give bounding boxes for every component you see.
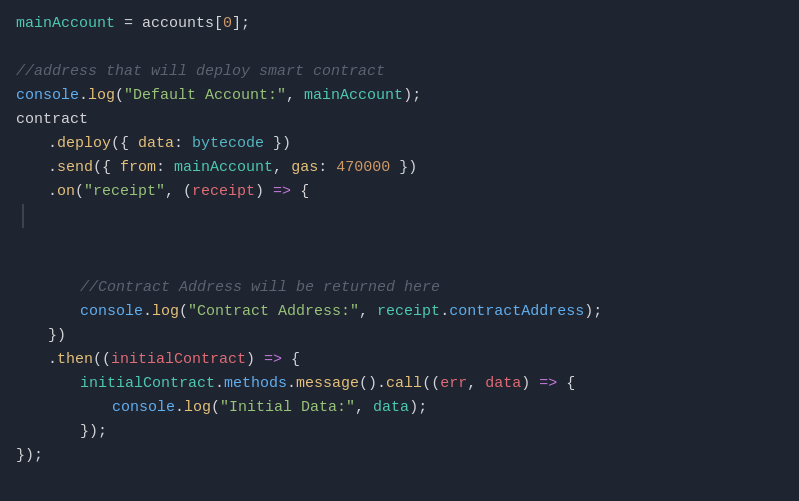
code-line-9 — [16, 204, 783, 276]
code-token: err — [440, 372, 467, 396]
code-token: . — [287, 372, 296, 396]
code-token: console — [112, 396, 175, 420]
code-token: ({ — [93, 156, 120, 180]
code-token: , — [355, 396, 373, 420]
code-token: 0 — [223, 12, 232, 36]
code-token: (( — [93, 348, 111, 372]
code-token: gas — [291, 156, 318, 180]
code-token: ); — [584, 300, 602, 324]
code-token: }); — [80, 420, 107, 444]
code-token: }) — [264, 132, 291, 156]
code-token: data — [138, 132, 174, 156]
code-token: . — [143, 300, 152, 324]
code-token: => — [273, 180, 291, 204]
code-token: "receipt" — [84, 180, 165, 204]
code-token: . — [48, 132, 57, 156]
code-token: mainAccount — [16, 12, 115, 36]
code-line-6: . deploy ({ data : bytecode }) — [16, 132, 783, 156]
code-token: "Contract Address:" — [188, 300, 359, 324]
code-line-14: initialContract . methods . message (). … — [16, 372, 783, 396]
code-token: log — [152, 300, 179, 324]
code-token: ) — [246, 348, 264, 372]
code-token: message — [296, 372, 359, 396]
code-token: { — [557, 372, 575, 396]
code-token: ( — [75, 180, 84, 204]
code-token: receipt — [377, 300, 440, 324]
code-token: : — [318, 156, 336, 180]
code-token: ); — [409, 396, 427, 420]
code-token: . — [48, 156, 57, 180]
code-line-2 — [16, 36, 783, 60]
code-token: ) — [255, 180, 273, 204]
code-line-16: }); — [16, 420, 783, 444]
code-token: => — [539, 372, 557, 396]
code-token: mainAccount — [304, 84, 403, 108]
code-token: (( — [422, 372, 440, 396]
code-token: deploy — [57, 132, 111, 156]
code-token: ( — [211, 396, 220, 420]
code-token: . — [175, 396, 184, 420]
code-token: }) — [390, 156, 417, 180]
code-token: initialContract — [111, 348, 246, 372]
code-token: "Default Account:" — [124, 84, 286, 108]
code-token: : — [156, 156, 174, 180]
code-token: }) — [48, 324, 66, 348]
code-line-13: . then (( initialContract ) => { — [16, 348, 783, 372]
code-token: , — [286, 84, 304, 108]
code-line-1: mainAccount = accounts [ 0 ]; — [16, 12, 783, 36]
code-editor: mainAccount = accounts [ 0 ]; //address … — [0, 0, 799, 501]
code-line-3: //address that will deploy smart contrac… — [16, 60, 783, 84]
code-token: contractAddress — [449, 300, 584, 324]
code-token: data — [373, 396, 409, 420]
code-token: , — [359, 300, 377, 324]
code-token: on — [57, 180, 75, 204]
code-token: bytecode — [192, 132, 264, 156]
code-line-15: console . log ( "Initial Data:" , data )… — [16, 396, 783, 420]
code-token: ]; — [232, 12, 250, 36]
code-token: . — [48, 180, 57, 204]
code-token: mainAccount — [174, 156, 273, 180]
code-line-5: contract — [16, 108, 783, 132]
code-token: log — [88, 84, 115, 108]
code-token: , — [273, 156, 291, 180]
code-token: receipt — [192, 180, 255, 204]
code-token: ( — [179, 300, 188, 324]
code-token: . — [440, 300, 449, 324]
code-token: . — [79, 84, 88, 108]
code-token: console — [80, 300, 143, 324]
code-token: = — [115, 12, 142, 36]
code-token: from — [120, 156, 156, 180]
code-line-7: . send ({ from : mainAccount , gas : 470… — [16, 156, 783, 180]
code-token: data — [485, 372, 521, 396]
code-line-8: . on ( "receipt" , ( receipt ) => { — [16, 180, 783, 204]
code-token: //Contract Address will be returned here — [80, 276, 440, 300]
code-token: contract — [16, 108, 88, 132]
code-token: , ( — [165, 180, 192, 204]
code-token: ( — [115, 84, 124, 108]
code-token: call — [386, 372, 422, 396]
code-token: methods — [224, 372, 287, 396]
code-token: ({ — [111, 132, 138, 156]
code-token: . — [48, 348, 57, 372]
code-token: , — [467, 372, 485, 396]
code-token: accounts — [142, 12, 214, 36]
code-token: => — [264, 348, 282, 372]
code-token: { — [291, 180, 309, 204]
code-token: then — [57, 348, 93, 372]
code-token: console — [16, 84, 79, 108]
code-line-11: console . log ( "Contract Address:" , re… — [16, 300, 783, 324]
code-token: //address that will deploy smart contrac… — [16, 60, 385, 84]
code-line-17: }); — [16, 444, 783, 468]
code-token: log — [184, 396, 211, 420]
code-token: initialContract — [80, 372, 215, 396]
code-token: "Initial Data:" — [220, 396, 355, 420]
code-token: ); — [403, 84, 421, 108]
code-token: 470000 — [336, 156, 390, 180]
code-token: [ — [214, 12, 223, 36]
code-token: send — [57, 156, 93, 180]
code-token: (). — [359, 372, 386, 396]
code-token: : — [174, 132, 192, 156]
code-line-4: console . log ( "Default Account:" , mai… — [16, 84, 783, 108]
code-token: ) — [521, 372, 539, 396]
code-token: . — [215, 372, 224, 396]
